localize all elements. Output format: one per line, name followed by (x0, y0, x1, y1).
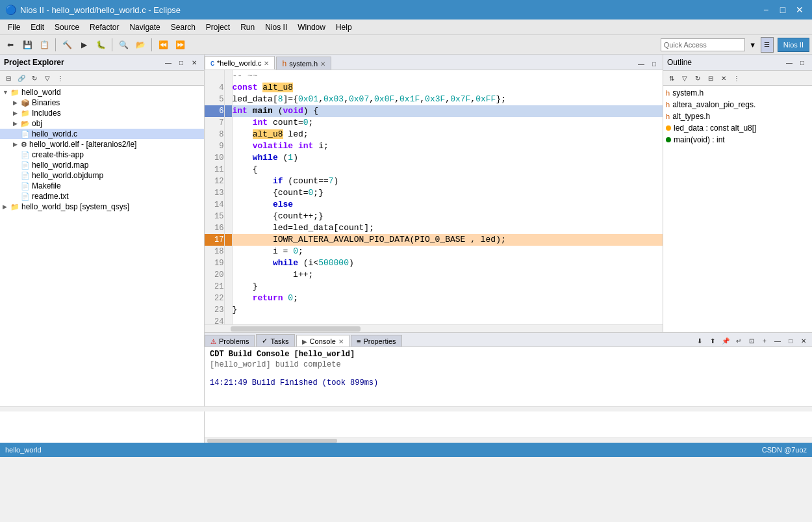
outline-title: Outline (667, 58, 692, 67)
tree-item-hello-world[interactable]: ▼ 📁 hello_world (0, 87, 204, 98)
pe-collapse-btn[interactable]: ⊟ (3, 72, 14, 84)
pe-maximize-btn[interactable]: □ (175, 57, 187, 68)
menu-source[interactable]: Source (49, 21, 84, 33)
pe-minimize-btn[interactable]: — (162, 57, 174, 68)
editor-tab-close-hello-world-c[interactable]: ✕ (264, 60, 269, 67)
console-clear-btn[interactable]: ⊡ (746, 335, 757, 346)
line-num: 13 (205, 187, 224, 199)
console-tab-close[interactable]: ✕ (338, 338, 344, 345)
menu-run[interactable]: Run (235, 21, 260, 33)
editor-hscrollbar-thumb[interactable] (231, 326, 361, 332)
quick-access-input[interactable]: Quick Access (661, 38, 745, 51)
console-word-wrap-btn[interactable]: ↵ (733, 335, 744, 346)
editor-maximize-btn[interactable]: □ (648, 58, 660, 70)
menu-project[interactable]: Project (201, 21, 235, 33)
menu-help[interactable]: Help (331, 21, 357, 33)
pe-menu-btn[interactable]: ⋮ (55, 72, 66, 84)
outline-minimize-btn[interactable]: — (783, 57, 795, 68)
menu-window[interactable]: Window (292, 21, 331, 33)
editor-minimize-btn[interactable]: — (635, 58, 647, 70)
toolbar-btn-6[interactable]: 🐛 (93, 37, 108, 53)
code-editor[interactable]: -- ~~ 4 const alt_u8 5 (205, 70, 663, 324)
bottom-tab-label-properties: Properties (363, 337, 396, 345)
console-maximize-btn[interactable]: □ (785, 335, 796, 346)
menu-file[interactable]: File (3, 21, 25, 33)
toolbar-perspective-1[interactable]: ☰ (761, 37, 774, 53)
console-new-btn[interactable]: + (759, 335, 770, 346)
bottom-tab-tasks[interactable]: ✓ Tasks (256, 334, 294, 346)
bottom-tab-problems[interactable]: ⚠ Problems (205, 335, 255, 346)
toolbar-btn-5[interactable]: ▶ (76, 37, 92, 53)
outline-menu-btn[interactable]: ⋮ (731, 72, 742, 84)
console-close-btn[interactable]: ✕ (798, 335, 809, 346)
toolbar-btn-2[interactable]: 💾 (19, 37, 35, 53)
quick-access-dropdown[interactable]: ▼ (746, 38, 759, 51)
toolbar-btn-9[interactable]: ⏪ (155, 37, 171, 53)
tree-item-elf[interactable]: ▶ ⚙ hello_world.elf - [alteranios2/le] (0, 139, 204, 150)
console-pin-btn[interactable]: 📌 (720, 335, 731, 346)
console-scroll-down-btn[interactable]: ⬇ (694, 335, 705, 346)
toolbar-btn-8[interactable]: 📂 (133, 37, 148, 53)
menu-search[interactable]: Search (166, 21, 201, 33)
bottom-tab-properties[interactable]: ≡ Properties (351, 335, 402, 346)
code-content (232, 316, 663, 324)
pe-sync-btn[interactable]: ↻ (29, 72, 40, 84)
editor-tab-hello-world-c[interactable]: c *hello_world.c ✕ (205, 56, 275, 70)
nios-perspective-button[interactable]: Nios II (778, 38, 809, 52)
outline-item-main[interactable]: main(void) : int (663, 134, 812, 146)
line-num: 18 (205, 246, 224, 257)
tree-item-includes[interactable]: ▶ 📁 Includes (0, 108, 204, 118)
console-scroll-up-btn[interactable]: ⬆ (707, 335, 718, 346)
bottom-hscrollbar-thumb[interactable] (207, 439, 337, 443)
minimize-button[interactable]: − (759, 3, 773, 17)
outline-sort-btn[interactable]: ⇅ (666, 72, 678, 84)
toolbar-btn-4[interactable]: 🔨 (59, 37, 75, 53)
tree-item-create-app[interactable]: 📄 create-this-app (0, 150, 204, 160)
editor-hscrollbar[interactable] (205, 324, 663, 332)
outline-item-system-h[interactable]: h system.h (663, 87, 812, 99)
editor-tab-label-hello-world-c: *hello_world.c (217, 59, 261, 67)
menu-refactor[interactable]: Refactor (84, 21, 124, 33)
tree-item-hello-world-c[interactable]: 📄 hello_world.c (0, 129, 204, 139)
line-marker (224, 316, 232, 324)
line-num: 22 (205, 293, 224, 304)
tree-item-bsp[interactable]: ▶ 📁 hello_world_bsp [system_qsys] (0, 202, 204, 212)
maximize-button[interactable]: □ (776, 3, 790, 17)
close-button[interactable]: ✕ (793, 3, 807, 17)
tree-item-objdump[interactable]: 📄 hello_world.objdump (0, 170, 204, 181)
tree-arrow-obj: ▶ (13, 120, 21, 127)
pe-filter-btn[interactable]: ▽ (42, 72, 53, 84)
tree-item-readme[interactable]: 📄 readme.txt (0, 191, 204, 202)
outline-maximize-btn[interactable]: □ (796, 57, 808, 68)
pe-link-btn[interactable]: 🔗 (16, 72, 27, 84)
outline-item-alt-types-h[interactable]: h alt_types.h (663, 111, 812, 122)
pe-close-btn[interactable]: ✕ (188, 57, 200, 68)
outline-item-altera-avalon[interactable]: h altera_avalon_pio_regs. (663, 99, 812, 111)
console-area[interactable]: CDT Build Console [hello_world] [hello_w… (205, 347, 812, 437)
toolbar-btn-3[interactable]: 📋 (36, 37, 52, 53)
editor-tab-system-h[interactable]: h system.h ✕ (276, 57, 331, 70)
toolbar-btn-1[interactable]: ⬅ (3, 37, 18, 53)
tree-item-obj[interactable]: ▶ 📂 obj (0, 118, 204, 129)
tree-item-map[interactable]: 📄 hello_world.map (0, 160, 204, 170)
toolbar-btn-10[interactable]: ⏩ (172, 37, 188, 53)
toolbar-btn-7[interactable]: 🔍 (116, 37, 131, 53)
editor-tab-close-system-h[interactable]: ✕ (320, 60, 325, 68)
tree-item-makefile[interactable]: 📄 Makefile (0, 181, 204, 191)
tree-label-readme: readme.txt (32, 192, 69, 201)
statusbar-left: hello_world (5, 446, 42, 454)
tree-item-binaries[interactable]: ▶ 📦 Binaries (0, 98, 204, 108)
line-marker (224, 269, 232, 281)
bottom-tab-console[interactable]: ▶ Console ✕ (296, 335, 349, 346)
titlebar-controls[interactable]: − □ ✕ (759, 3, 807, 17)
menu-niOS2[interactable]: Nios II (260, 21, 292, 33)
menu-edit[interactable]: Edit (25, 21, 49, 33)
outline-collapse-btn[interactable]: ⊟ (705, 72, 717, 84)
console-minimize-btn[interactable]: — (772, 335, 783, 346)
bottom-hscrollbar[interactable] (205, 437, 812, 443)
outline-filter-btn[interactable]: ▽ (679, 72, 691, 84)
outline-hide-btn[interactable]: ✕ (718, 72, 730, 84)
outline-item-led-data[interactable]: led_data : const alt_u8[] (663, 122, 812, 134)
menu-navigate[interactable]: Navigate (124, 21, 165, 33)
outline-sync-btn[interactable]: ↻ (692, 72, 704, 84)
